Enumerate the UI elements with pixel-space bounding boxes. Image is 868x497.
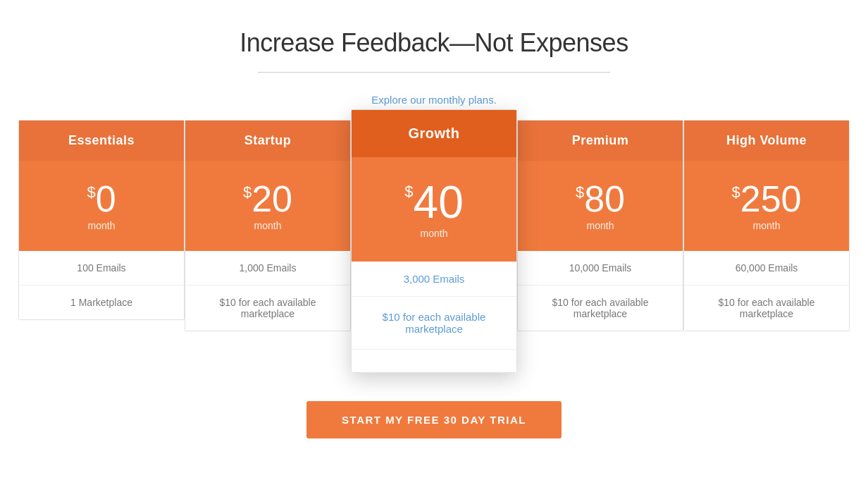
plan-card-growth: Growth $ 40 month 3,000 Emails $10 for e…	[351, 109, 517, 373]
plan-features-startup: 1,000 Emails $10 for each available mark…	[185, 251, 350, 331]
plan-header-premium: Premium	[518, 121, 683, 161]
price-period-essentials: month	[88, 220, 116, 231]
price-number-growth: 40	[414, 180, 464, 225]
plan-card-high-volume: High Volume $ 250 month 60,000 Emails $1…	[683, 120, 850, 331]
plan-features-essentials: 100 Emails 1 Marketplace	[19, 251, 184, 319]
price-period-startup: month	[254, 220, 282, 231]
plan-card-premium: Premium $ 80 month 10,000 Emails $10 for…	[517, 120, 683, 331]
divider	[258, 72, 610, 73]
cta-button[interactable]: START MY FREE 30 DAY TRIAL	[306, 401, 562, 438]
plan-header-high-volume: High Volume	[684, 121, 849, 161]
plans-container: Essentials $ 0 month 100 Emails 1 Market…	[18, 120, 850, 373]
plan-emails-essentials: 100 Emails	[19, 251, 184, 286]
page-title: Increase Feedback—Not Expenses	[240, 28, 628, 58]
plan-price-startup: $ 20 month	[185, 161, 350, 251]
price-dollar-premium: $	[576, 185, 584, 200]
subtitle: Explore our monthly plans.	[371, 94, 497, 106]
price-number-premium: 80	[584, 180, 625, 217]
price-amount-high-volume: $ 250	[731, 180, 801, 217]
plan-header-startup: Startup	[185, 121, 350, 161]
plan-marketplace-growth: $10 for each available marketplace	[352, 297, 516, 350]
plan-price-premium: $ 80 month	[518, 161, 683, 251]
plan-marketplace-premium: $10 for each available marketplace	[518, 286, 683, 331]
price-number-startup: 20	[252, 180, 292, 217]
plan-price-high-volume: $ 250 month	[684, 161, 849, 251]
plan-price-growth: $ 40 month	[352, 157, 516, 262]
price-dollar-growth: $	[404, 184, 413, 200]
price-dollar-essentials: $	[87, 185, 95, 200]
plan-emails-growth: 3,000 Emails	[352, 262, 516, 297]
plan-header-growth: Growth	[352, 110, 516, 157]
plan-marketplace-high-volume: $10 for each available marketplace	[684, 286, 849, 331]
plan-emails-premium: 10,000 Emails	[518, 251, 683, 286]
plan-emails-startup: 1,000 Emails	[185, 251, 350, 286]
price-amount-essentials: $ 0	[87, 180, 116, 217]
plan-card-startup: Startup $ 20 month 1,000 Emails $10 for …	[185, 120, 351, 331]
plan-price-essentials: $ 0 month	[19, 161, 184, 251]
price-period-premium: month	[587, 220, 614, 231]
price-amount-startup: $ 20	[243, 180, 292, 217]
price-number-essentials: 0	[96, 180, 116, 217]
price-amount-growth: $ 40	[404, 180, 463, 225]
price-number-high-volume: 250	[740, 180, 802, 217]
plan-header-essentials: Essentials	[19, 121, 184, 161]
price-period-high-volume: month	[753, 220, 781, 231]
plan-features-premium: 10,000 Emails $10 for each available mar…	[518, 251, 683, 331]
price-period-growth: month	[421, 228, 448, 239]
price-dollar-startup: $	[243, 185, 252, 200]
price-amount-premium: $ 80	[576, 180, 625, 217]
plan-card-essentials: Essentials $ 0 month 100 Emails 1 Market…	[18, 120, 185, 320]
price-dollar-high-volume: $	[731, 185, 740, 200]
plan-extra-growth	[352, 350, 516, 372]
plan-emails-high-volume: 60,000 Emails	[684, 251, 849, 286]
plan-features-growth: 3,000 Emails $10 for each available mark…	[352, 262, 516, 372]
plan-marketplace-essentials: 1 Marketplace	[19, 286, 184, 319]
plan-marketplace-startup: $10 for each available marketplace	[185, 286, 350, 331]
plan-features-high-volume: 60,000 Emails $10 for each available mar…	[684, 251, 849, 331]
